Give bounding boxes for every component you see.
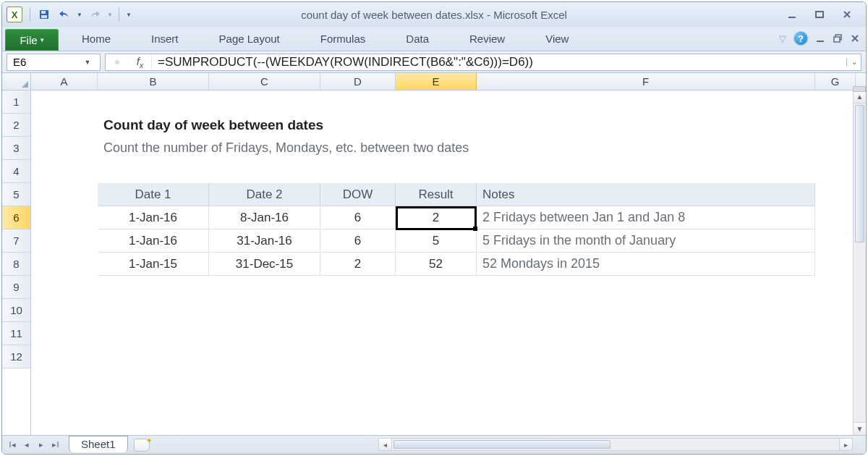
col-header-e[interactable]: E (396, 73, 477, 90)
tab-insert[interactable]: Insert (131, 27, 199, 51)
row-header-1[interactable]: 1 (2, 90, 30, 114)
vertical-scrollbar[interactable]: ▲ ▼ (853, 90, 866, 435)
tab-data[interactable]: Data (386, 27, 449, 51)
col-header-f[interactable]: F (477, 73, 815, 90)
undo-button[interactable] (55, 6, 74, 23)
mdi-close-button[interactable] (850, 33, 860, 43)
hscroll-track[interactable] (392, 439, 839, 450)
svg-rect-4 (816, 12, 823, 17)
cell-b7[interactable]: 1-Jan-16 (98, 229, 209, 253)
header-date2: Date 2 (209, 183, 320, 206)
file-tab-label: File (20, 34, 37, 46)
row-header-11[interactable]: 11 (2, 322, 30, 345)
tab-home[interactable]: Home (61, 27, 131, 51)
mdi-restore-button[interactable] (833, 33, 843, 43)
cell-f7[interactable]: 5 Fridays in the month of January (477, 229, 815, 253)
row-header-9[interactable]: 9 (2, 276, 30, 299)
undo-dropdown[interactable]: ▼ (75, 6, 84, 23)
cell-d6[interactable]: 6 (320, 206, 396, 229)
tab-nav-next[interactable]: ▸ (34, 438, 48, 452)
close-button[interactable] (837, 7, 857, 22)
scroll-left-button[interactable]: ◂ (379, 439, 392, 450)
tab-page-layout[interactable]: Page Layout (199, 27, 300, 51)
row-header-12[interactable]: 12 (2, 345, 30, 368)
header-dow: DOW (320, 183, 396, 206)
tab-view[interactable]: View (525, 27, 589, 51)
save-button[interactable] (35, 6, 54, 23)
insert-function-button[interactable]: fx (129, 55, 152, 69)
col-header-b[interactable]: B (98, 73, 209, 90)
app-window: X ▼ ▼ ▼ count day of week between dates.… (1, 1, 867, 455)
col-header-d[interactable]: D (320, 73, 396, 90)
tab-formulas[interactable]: Formulas (300, 27, 386, 51)
redo-dropdown[interactable]: ▼ (106, 6, 114, 23)
scroll-right-button[interactable]: ▸ (839, 439, 852, 450)
col-header-a[interactable]: A (31, 73, 98, 90)
help-button[interactable]: ? (793, 31, 808, 46)
header-date1: Date 1 (98, 183, 209, 206)
formula-input[interactable]: =SUMPRODUCT(--(WEEKDAY(ROW(INDIRECT(B6&"… (152, 55, 846, 69)
excel-icon[interactable]: X (7, 7, 22, 22)
select-all-button[interactable] (2, 73, 31, 90)
row-headers: 1 2 3 4 5 6 7 8 9 10 11 12 (2, 90, 31, 435)
row-header-5[interactable]: 5 (2, 183, 30, 206)
mdi-minimize-button[interactable] (815, 33, 825, 43)
minimize-button[interactable] (782, 7, 802, 22)
sheet-tab-1[interactable]: Sheet1 (69, 436, 128, 452)
grid-body: 1 2 3 4 5 6 7 8 9 10 11 12 (2, 90, 866, 435)
maximize-button[interactable] (809, 7, 830, 22)
cell-e6[interactable]: 2 (396, 206, 477, 229)
row-header-6[interactable]: 6 (2, 206, 30, 229)
redo-icon (89, 9, 101, 20)
tab-review[interactable]: Review (449, 27, 525, 51)
formula-input-group: fx =SUMPRODUCT(--(WEEKDAY(ROW(INDIRECT(B… (105, 54, 861, 71)
cell-f8[interactable]: 52 Mondays in 2015 (477, 253, 815, 276)
svg-rect-5 (817, 41, 824, 42)
minimize-icon (787, 9, 797, 20)
col-header-g[interactable]: G (815, 73, 856, 90)
cell-c7[interactable]: 31-Jan-16 (209, 229, 320, 253)
split-handle[interactable] (853, 86, 866, 92)
tab-nav-prev[interactable]: ◂ (20, 438, 34, 452)
cell-f6[interactable]: 2 Fridays between Jan 1 and Jan 8 (477, 206, 815, 229)
cells-grid[interactable]: Count day of week between dates Count th… (31, 90, 866, 435)
scroll-up-button[interactable]: ▲ (854, 90, 866, 104)
redo-button[interactable] (85, 6, 104, 23)
col-header-c[interactable]: C (209, 73, 320, 90)
tab-nav-first[interactable]: I◂ (5, 438, 20, 452)
name-box[interactable]: E6 ▼ (7, 54, 101, 71)
row-header-8[interactable]: 8 (2, 253, 30, 276)
cell-d7[interactable]: 6 (320, 229, 396, 253)
scroll-down-button[interactable]: ▼ (854, 422, 866, 435)
svg-rect-1 (41, 11, 46, 14)
horizontal-scrollbar[interactable]: ◂ ▸ (378, 438, 853, 451)
cell-e7[interactable]: 5 (396, 229, 477, 253)
sheet-heading: Count day of week between dates (98, 114, 809, 137)
row-header-3[interactable]: 3 (2, 137, 30, 160)
worksheet-area: A B C D E F G 1 2 3 4 5 6 7 8 9 10 11 12 (2, 73, 866, 435)
cell-b6[interactable]: 1-Jan-16 (98, 206, 209, 229)
row-header-2[interactable]: 2 (2, 114, 30, 137)
row-header-7[interactable]: 7 (2, 229, 30, 253)
tab-nav-last[interactable]: ▸I (48, 438, 63, 452)
cell-c6[interactable]: 8-Jan-16 (209, 206, 320, 229)
close-icon (842, 9, 852, 20)
qat-customize-dropdown[interactable]: ▼ (124, 6, 134, 23)
file-tab[interactable]: File ▾ (5, 29, 59, 51)
cell-e8[interactable]: 52 (396, 253, 477, 276)
hscroll-thumb[interactable] (393, 440, 610, 449)
expand-formula-bar-button[interactable]: ⌄ (846, 58, 861, 66)
cancel-formula-button[interactable] (106, 58, 129, 67)
vscroll-thumb[interactable] (855, 105, 864, 242)
name-box-dropdown[interactable]: ▼ (81, 56, 94, 69)
cell-b8[interactable]: 1-Jan-15 (98, 253, 209, 276)
cell-c8[interactable]: 31-Dec-15 (209, 253, 320, 276)
cell-d8[interactable]: 2 (320, 253, 396, 276)
svg-rect-3 (788, 17, 796, 18)
row-header-10[interactable]: 10 (2, 299, 30, 322)
vscroll-track[interactable] (854, 104, 866, 422)
ribbon-minimize-icon[interactable]: ▽ (779, 33, 786, 44)
new-sheet-button[interactable] (134, 439, 150, 452)
sheet-subheading: Count the number of Fridays, Mondays, et… (98, 137, 809, 160)
row-header-4[interactable]: 4 (2, 160, 30, 183)
